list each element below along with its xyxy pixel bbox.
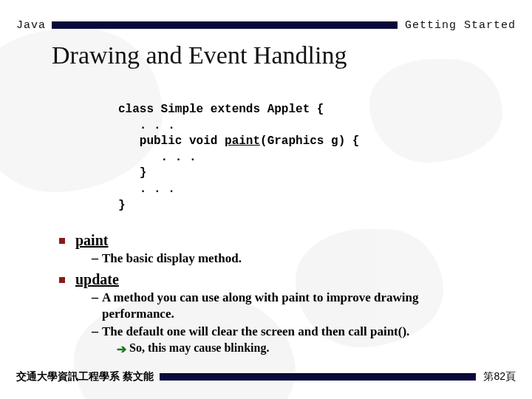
dash-icon: –: [92, 324, 102, 339]
list-subitem: – The default one will clear the screen …: [92, 324, 488, 340]
list-item: update: [59, 271, 488, 288]
code-line: }: [118, 166, 146, 180]
header-divider: [52, 21, 398, 29]
page-title: Drawing and Event Handling: [52, 41, 347, 69]
list-subitem-text: The default one will clear the screen an…: [102, 324, 409, 340]
code-keyword-paint: paint: [225, 134, 260, 148]
code-line: public void: [118, 134, 225, 148]
list-subsubitem: ➔ So, this may cause blinking.: [117, 341, 488, 356]
list-subsubitem-text: So, this may cause blinking.: [129, 341, 269, 355]
footer-divider: [160, 373, 477, 381]
header-right-label: Getting Started: [398, 19, 516, 32]
square-bullet-icon: [59, 277, 65, 283]
list-subitem-text: A method you can use along with paint to…: [102, 290, 488, 322]
code-block: class Simple extends Applet { . . . publ…: [118, 102, 359, 214]
code-line: . . .: [118, 119, 175, 132]
square-bullet-icon: [59, 238, 65, 244]
list-item: paint: [59, 232, 488, 249]
list-item-label: paint: [75, 232, 108, 249]
bullet-list: paint – The basic display method. update…: [59, 232, 488, 356]
footer-page-number: 第82頁: [476, 370, 516, 383]
footer-left-label: 交通大學資訊工程學系 蔡文能: [16, 370, 160, 383]
dash-icon: –: [92, 290, 102, 305]
header: Java Getting Started: [16, 21, 516, 30]
code-line: (Graphics g) {: [260, 134, 359, 148]
dash-icon: –: [92, 250, 102, 266]
code-line: }: [118, 199, 126, 212]
code-line: class Simple extends Applet {: [118, 103, 324, 116]
code-line: . . .: [118, 151, 197, 164]
list-subitem-text: The basic display method.: [102, 250, 242, 267]
list-item-label: update: [75, 271, 119, 288]
list-subitem: – The basic display method.: [92, 250, 488, 267]
list-subitem: – A method you can use along with paint …: [92, 290, 488, 322]
arrow-right-icon: ➔: [117, 342, 126, 356]
footer: 交通大學資訊工程學系 蔡文能 第82頁: [16, 372, 516, 381]
header-left-label: Java: [16, 19, 52, 32]
code-line: . . .: [118, 183, 175, 196]
